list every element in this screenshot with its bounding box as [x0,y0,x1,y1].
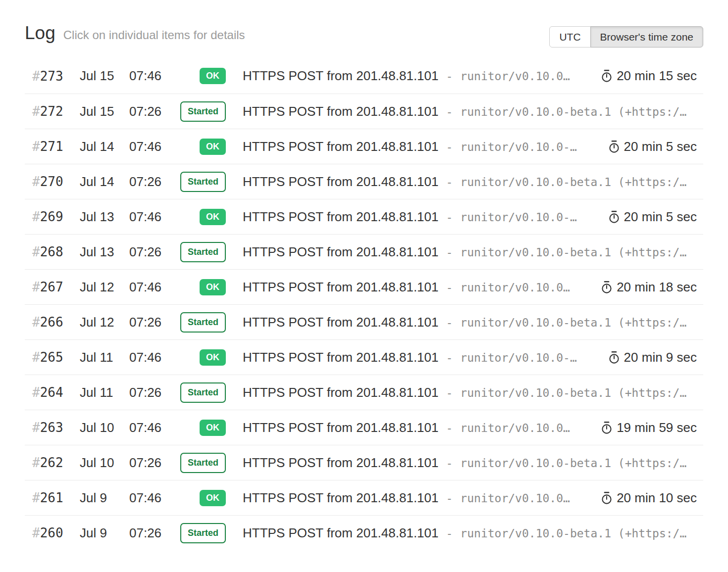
badge-cell: Started [180,523,226,543]
message-separator: - [446,141,453,153]
event-message: HTTPS POST from 201.48.81.101 [243,455,438,471]
event-time: 07:26 [129,104,179,119]
event-message: HTTPS POST from 201.48.81.101 [243,209,438,225]
log-row[interactable]: #266 Jul 12 07:26 Started HTTPS POST fro… [25,304,703,339]
log-row[interactable]: #261 Jul 9 07:46 OK HTTPS POST from 201.… [25,480,703,515]
hash-prefix: # [32,280,40,294]
user-agent-text: runitor/v0.10.0… [460,492,570,505]
event-number: #263 [25,420,80,435]
stopwatch-icon [609,140,620,153]
badge-cell: OK [200,420,226,436]
duration-text: 20 min 5 sec [624,139,697,154]
log-row[interactable]: #263 Jul 10 07:46 OK HTTPS POST from 201… [25,410,703,445]
duration-text: 19 min 59 sec [617,420,697,435]
badge-cell: OK [200,139,226,155]
badge-cell: Started [180,101,226,122]
hash-prefix: # [32,174,40,189]
badge-cell: OK [200,279,226,295]
event-description: HTTPS POST from 201.48.81.101 - runitor/… [226,244,703,260]
event-date: Jul 15 [80,104,129,119]
title-wrap: Log Click on individual items for detail… [25,23,245,44]
event-number: #268 [25,244,80,259]
hash-prefix: # [32,490,40,505]
status-badge: Started [180,242,226,262]
hash-prefix: # [32,525,40,540]
user-agent-text: runitor/v0.10.0-beta.1 (+https:/… [460,386,686,399]
user-agent-text: runitor/v0.10.0… [460,281,570,294]
hash-prefix: # [32,244,40,259]
event-date: Jul 11 [80,385,129,400]
event-date: Jul 9 [80,490,129,506]
stopwatch-icon [609,210,620,224]
event-description: HTTPS POST from 201.48.81.101 - runitor/… [226,174,703,190]
event-number: #265 [25,350,80,365]
status-badge: Started [180,312,226,333]
status-badge: OK [200,349,226,366]
event-message: HTTPS POST from 201.48.81.101 [243,525,438,541]
event-time: 07:26 [129,315,179,330]
event-date: Jul 11 [80,350,129,365]
duration-text: 20 min 18 sec [617,280,697,295]
event-number: #273 [25,69,80,84]
user-agent-text: runitor/v0.10.0-beta.1 (+https:/… [460,105,686,118]
status-badge: Started [180,101,226,122]
log-row[interactable]: #272 Jul 15 07:26 Started HTTPS POST fro… [25,94,703,129]
message-separator: - [446,351,453,364]
event-date: Jul 12 [80,280,129,295]
user-agent-text: runitor/v0.10.0-… [460,211,576,224]
hash-prefix: # [32,69,40,84]
log-row[interactable]: #268 Jul 13 07:26 Started HTTPS POST fro… [25,234,703,269]
user-agent-text: runitor/v0.10.0-beta.1 (+https:/… [460,246,686,259]
duration: 20 min 5 sec [602,209,703,225]
message-separator: - [446,105,453,118]
badge-cell: OK [200,349,226,366]
utc-button[interactable]: UTC [549,26,590,48]
badge-cell: OK [200,209,226,225]
status-badge: OK [200,68,226,84]
event-number: #266 [25,315,80,330]
event-number: #260 [25,525,80,540]
stopwatch-icon [601,69,612,83]
event-time: 07:26 [129,385,179,400]
badge-cell: Started [180,172,226,192]
event-message: HTTPS POST from 201.48.81.101 [243,139,438,154]
stopwatch-icon [601,491,612,505]
event-time: 07:26 [129,174,179,190]
log-row[interactable]: #262 Jul 10 07:26 Started HTTPS POST fro… [25,445,703,480]
event-description: HTTPS POST from 201.48.81.101 - runitor/… [226,455,703,471]
log-page: Log Click on individual items for detail… [0,0,728,572]
log-list: #273 Jul 15 07:46 OK HTTPS POST from 201… [25,58,703,550]
log-row[interactable]: #269 Jul 13 07:46 OK HTTPS POST from 201… [25,199,703,234]
event-message: HTTPS POST from 201.48.81.101 [243,420,438,435]
event-description: HTTPS POST from 201.48.81.101 - runitor/… [226,420,594,435]
user-agent-text: runitor/v0.10.0-… [460,141,576,153]
status-badge: OK [200,490,226,506]
user-agent-text: runitor/v0.10.0-beta.1 (+https:/… [460,457,686,470]
log-row[interactable]: #270 Jul 14 07:26 Started HTTPS POST fro… [25,164,703,199]
log-row[interactable]: #273 Jul 15 07:46 OK HTTPS POST from 201… [25,58,703,94]
log-row[interactable]: #264 Jul 11 07:26 Started HTTPS POST fro… [25,375,703,410]
stopwatch-icon [601,421,612,434]
log-row[interactable]: #265 Jul 11 07:46 OK HTTPS POST from 201… [25,339,703,375]
event-number: #264 [25,385,80,400]
event-date: Jul 14 [80,139,129,154]
event-description: HTTPS POST from 201.48.81.101 - runitor/… [226,209,602,225]
badge-cell: Started [180,453,226,473]
log-row[interactable]: #271 Jul 14 07:46 OK HTTPS POST from 201… [25,129,703,164]
hash-prefix: # [32,385,40,400]
status-badge: OK [200,209,226,225]
duration-text: 20 min 15 sec [617,68,697,84]
log-row[interactable]: #267 Jul 12 07:46 OK HTTPS POST from 201… [25,269,703,304]
event-date: Jul 12 [80,315,129,330]
page-title: Log [25,23,55,44]
message-separator: - [446,457,453,470]
event-date: Jul 15 [80,68,129,84]
hash-prefix: # [32,139,40,154]
log-row[interactable]: #260 Jul 9 07:26 Started HTTPS POST from… [25,515,703,550]
duration: 20 min 18 sec [594,280,703,295]
browser-timezone-button[interactable]: Browser's time zone [590,26,703,48]
duration-text: 20 min 10 sec [617,490,697,506]
event-message: HTTPS POST from 201.48.81.101 [243,385,438,400]
status-badge: Started [180,453,226,473]
event-message: HTTPS POST from 201.48.81.101 [243,350,438,365]
